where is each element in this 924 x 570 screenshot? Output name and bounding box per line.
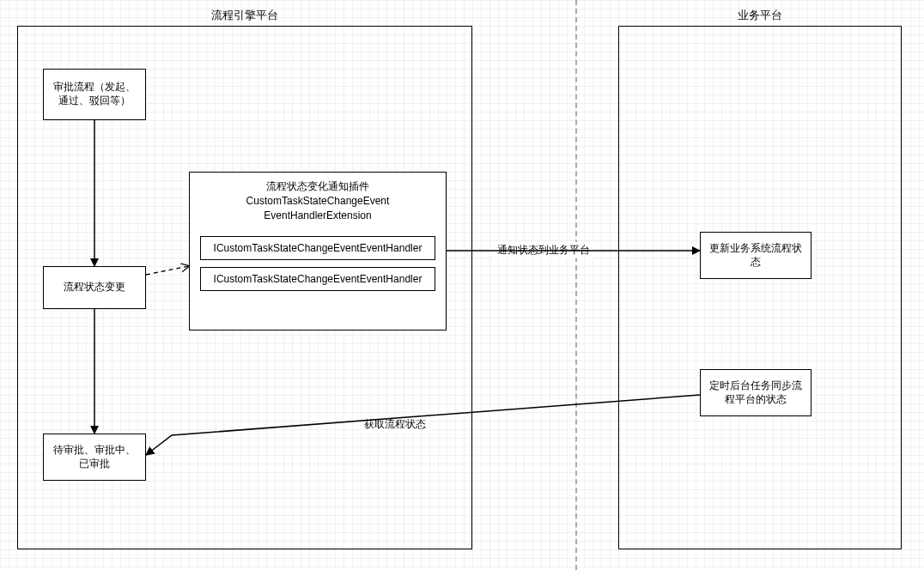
container-business: 业务平台: [618, 26, 902, 549]
node-final-states-text: 待审批、审批中、已审批: [49, 444, 140, 470]
plugin-handler-1: ICustomTaskStateChangeEventEventHandler: [200, 236, 435, 260]
plugin-title-line1: 流程状态变化通知插件: [266, 180, 369, 192]
plugin-title-line2: CustomTaskStateChangeEvent: [246, 195, 390, 207]
edge-notify-label: 通知状态到业务平台: [494, 242, 593, 258]
plugin-title: 流程状态变化通知插件 CustomTaskStateChangeEvent Ev…: [190, 173, 446, 229]
node-final-states: 待审批、审批中、已审批: [43, 434, 146, 481]
node-approval-flow: 审批流程（发起、通过、驳回等）: [43, 69, 146, 120]
node-update-biz: 更新业务系统流程状态: [700, 232, 812, 279]
node-scheduled-sync: 定时后台任务同步流程平台的状态: [700, 369, 812, 416]
node-state-change-text: 流程状态变更: [64, 281, 125, 294]
node-state-change: 流程状态变更: [43, 266, 146, 309]
plugin-handler-1-text: ICustomTaskStateChangeEventEventHandler: [214, 242, 422, 254]
container-flow-engine-label: 流程引擎平台: [211, 8, 278, 23]
plugin-handler-2-text: ICustomTaskStateChangeEventEventHandler: [214, 273, 422, 285]
plugin-block: 流程状态变化通知插件 CustomTaskStateChangeEvent Ev…: [189, 172, 447, 330]
node-scheduled-sync-text: 定时后台任务同步流程平台的状态: [706, 379, 805, 406]
edge-fetch-label: 获取流程状态: [361, 416, 429, 433]
plugin-handler-2: ICustomTaskStateChangeEventEventHandler: [200, 267, 435, 291]
node-approval-flow-text: 审批流程（发起、通过、驳回等）: [49, 81, 140, 107]
container-business-label: 业务平台: [738, 8, 782, 23]
node-update-biz-text: 更新业务系统流程状态: [706, 242, 805, 269]
plugin-title-line3: EventHandlerExtension: [264, 209, 371, 221]
diagram-layer: 流程引擎平台 业务平台 审批流程（发起、通过、驳回等） 流程状态变更 待审批、审…: [0, 0, 924, 570]
